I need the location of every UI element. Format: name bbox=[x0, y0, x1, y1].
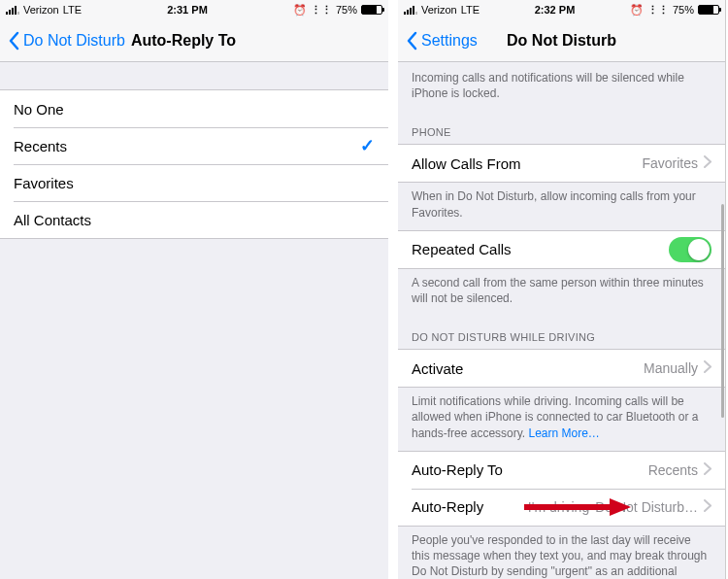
option-all-contacts[interactable]: All Contacts bbox=[0, 201, 388, 238]
status-bar: Verizon LTE 2:32 PM ⏰ ⋮⋮ 75% bbox=[398, 0, 725, 19]
auto-reply-row[interactable]: Auto-Reply I'm driving Do Not Disturb… bbox=[398, 489, 725, 526]
scrollbar[interactable] bbox=[721, 68, 724, 569]
battery-icon bbox=[361, 5, 382, 15]
row-label: Repeated Calls bbox=[412, 241, 512, 257]
activate-row[interactable]: Activate Manually bbox=[398, 350, 725, 387]
driving-header: DO NOT DISTURB WHILE DRIVING bbox=[398, 316, 725, 349]
bluetooth-icon: ⋮⋮ bbox=[311, 4, 332, 17]
alarm-icon: ⏰ bbox=[293, 4, 307, 17]
content: No One Recents ✓ Favorites All Contacts bbox=[0, 62, 388, 579]
battery-icon bbox=[698, 5, 719, 15]
row-value: Favorites bbox=[642, 155, 698, 171]
row-value: Do Not Disturb… bbox=[595, 499, 698, 515]
row-value: Manually bbox=[644, 360, 698, 376]
bottom-footer: People you've responded to in the last d… bbox=[398, 527, 725, 579]
phone-header: PHONE bbox=[398, 111, 725, 144]
chevron-left-icon bbox=[406, 31, 417, 51]
back-label: Settings bbox=[421, 32, 478, 50]
nav-bar: Settings Do Not Disturb bbox=[398, 19, 725, 62]
network: LTE bbox=[63, 4, 82, 16]
row-value-strike: I'm driving bbox=[528, 499, 589, 515]
alarm-icon: ⏰ bbox=[630, 4, 644, 17]
option-label: Recents bbox=[14, 138, 67, 154]
carrier: Verizon bbox=[23, 4, 59, 16]
content[interactable]: Incoming calls and notifications will be… bbox=[398, 62, 725, 579]
row-label: Auto-Reply To bbox=[412, 461, 503, 478]
repeated-footer: A second call from the same person withi… bbox=[398, 269, 725, 316]
option-recents[interactable]: Recents ✓ bbox=[0, 127, 388, 164]
silence-footer: Incoming calls and notifications will be… bbox=[398, 62, 725, 111]
checkmark-icon: ✓ bbox=[360, 135, 375, 156]
bluetooth-icon: ⋮⋮ bbox=[647, 4, 669, 17]
status-bar: Verizon LTE 2:31 PM ⏰ ⋮⋮ 75% bbox=[0, 0, 388, 19]
nav-bar: Do Not Disturb Auto-Reply To bbox=[0, 19, 388, 62]
chevron-right-icon bbox=[704, 360, 711, 376]
option-favorites[interactable]: Favorites bbox=[0, 164, 388, 201]
option-no-one[interactable]: No One bbox=[0, 90, 388, 127]
option-label: Favorites bbox=[14, 175, 74, 191]
repeated-calls-row[interactable]: Repeated Calls bbox=[398, 231, 725, 268]
repeated-calls-toggle[interactable] bbox=[669, 237, 711, 262]
battery-percent: 75% bbox=[336, 4, 357, 16]
nav-title: Auto-Reply To bbox=[131, 32, 236, 50]
activate-footer: Limit notifications while driving. Incom… bbox=[398, 388, 725, 451]
back-label: Do Not Disturb bbox=[23, 32, 125, 50]
auto-reply-to-row[interactable]: Auto-Reply To Recents bbox=[398, 452, 725, 489]
options-group: No One Recents ✓ Favorites All Contacts bbox=[0, 89, 388, 239]
learn-more-link[interactable]: Learn More… bbox=[529, 426, 600, 440]
row-label: Allow Calls From bbox=[412, 155, 521, 172]
signal-icon bbox=[6, 6, 19, 15]
chevron-right-icon bbox=[704, 155, 711, 171]
option-label: No One bbox=[14, 101, 64, 118]
phone-left: Verizon LTE 2:31 PM ⏰ ⋮⋮ 75% Do Not Dist… bbox=[0, 0, 388, 579]
back-button[interactable]: Do Not Disturb bbox=[8, 31, 125, 51]
battery-percent: 75% bbox=[673, 4, 694, 16]
phone-right: Verizon LTE 2:32 PM ⏰ ⋮⋮ 75% Settings Do… bbox=[398, 0, 726, 579]
back-button[interactable]: Settings bbox=[406, 31, 478, 51]
status-time: 2:32 PM bbox=[535, 4, 576, 16]
chevron-right-icon bbox=[704, 499, 711, 515]
allow-calls-footer: When in Do Not Disturb, allow incoming c… bbox=[398, 183, 725, 229]
network: LTE bbox=[461, 4, 480, 16]
allow-calls-from-row[interactable]: Allow Calls From Favorites bbox=[398, 145, 725, 182]
row-label: Auto-Reply bbox=[412, 498, 483, 515]
row-value: Recents bbox=[648, 462, 698, 478]
carrier: Verizon bbox=[421, 4, 457, 16]
option-label: All Contacts bbox=[14, 212, 91, 228]
signal-icon bbox=[404, 6, 417, 15]
chevron-right-icon bbox=[704, 462, 711, 478]
row-label: Activate bbox=[412, 360, 463, 377]
chevron-left-icon bbox=[8, 31, 19, 51]
status-time: 2:31 PM bbox=[167, 4, 208, 16]
